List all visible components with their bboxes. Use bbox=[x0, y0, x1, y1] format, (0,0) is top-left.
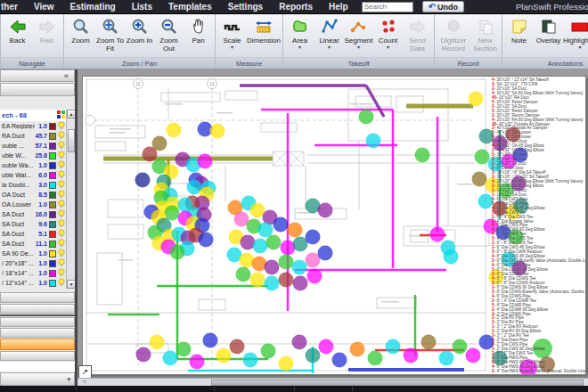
collapsed-panel-bar[interactable] bbox=[0, 317, 75, 327]
scroll-down-button[interactable]: ▼ bbox=[67, 280, 75, 289]
visibility-bulb-icon[interactable] bbox=[57, 141, 66, 151]
overlay-button[interactable]: Overlay bbox=[534, 15, 563, 45]
count-marker[interactable] bbox=[404, 348, 419, 363]
visibility-bulb-icon[interactable] bbox=[57, 249, 66, 258]
sidebar-panel-bar[interactable] bbox=[0, 83, 75, 96]
color-swatch[interactable] bbox=[49, 260, 56, 267]
takeoff-item-row[interactable]: / 12"x14" ...1.0 bbox=[0, 278, 66, 288]
visibility-bulb-icon[interactable] bbox=[57, 180, 66, 190]
count-marker[interactable] bbox=[230, 339, 245, 355]
count-marker[interactable] bbox=[258, 223, 274, 238]
count-marker[interactable] bbox=[163, 351, 178, 366]
count-marker[interactable] bbox=[261, 344, 276, 359]
back-button[interactable]: Back bbox=[3, 15, 32, 45]
count-marker[interactable] bbox=[288, 223, 303, 238]
collapsed-panel-bar[interactable] bbox=[0, 304, 75, 314]
count-marker[interactable] bbox=[265, 276, 280, 291]
color-swatch[interactable] bbox=[49, 211, 56, 218]
menu-item-templates[interactable]: Templates bbox=[160, 0, 220, 14]
pan-button[interactable]: Pan bbox=[184, 15, 213, 45]
count-marker[interactable] bbox=[366, 134, 381, 149]
takeoff-item-row[interactable]: uble W...25.8 bbox=[0, 151, 66, 160]
zoom-out-button[interactable]: Zoom Out bbox=[154, 15, 184, 53]
count-marker[interactable] bbox=[265, 260, 280, 275]
count-marker[interactable] bbox=[332, 353, 347, 368]
collapsed-panel-bar[interactable] bbox=[0, 328, 75, 338]
count-marker[interactable] bbox=[274, 217, 289, 233]
count-marker[interactable] bbox=[318, 203, 333, 218]
takeoff-item-row[interactable]: ia Doubl...3.0 bbox=[0, 180, 66, 190]
menu-item-reports[interactable]: Reports bbox=[271, 0, 321, 14]
sidebar-collapse-bar[interactable]: « bbox=[0, 69, 75, 82]
takeoff-item-row[interactable]: ouble ...57.1 bbox=[0, 141, 66, 151]
takeoff-item-row[interactable]: SA Duct9.6 bbox=[0, 219, 66, 229]
count-marker[interactable] bbox=[210, 124, 225, 139]
count-marker[interactable] bbox=[176, 342, 192, 357]
count-marker[interactable] bbox=[167, 123, 182, 138]
note-button[interactable]: Note bbox=[504, 15, 534, 45]
highlighter-button[interactable]: Highlighter ▾ bbox=[563, 15, 588, 50]
count-marker[interactable] bbox=[475, 150, 490, 165]
visibility-bulb-icon[interactable] bbox=[57, 268, 66, 278]
count-marker[interactable] bbox=[203, 333, 218, 348]
plan-canvas[interactable]: 1213 4- 30"x16" / 12"x14" SA Takeoff3- S… bbox=[78, 69, 588, 386]
color-swatch[interactable] bbox=[49, 221, 56, 228]
color-swatch[interactable] bbox=[49, 152, 56, 159]
sidebar-footer-bar[interactable]: ▾ bbox=[0, 372, 75, 386]
collapsed-panel-bar[interactable] bbox=[0, 351, 75, 361]
horizontal-scroll-thumb[interactable] bbox=[211, 380, 584, 386]
search-input[interactable] bbox=[362, 2, 413, 12]
collapsed-panel-bar[interactable] bbox=[0, 292, 75, 303]
takeoff-item-row[interactable]: RA Duct45.7 bbox=[0, 131, 66, 141]
takeoff-item-row[interactable]: OA Duct8.5 bbox=[0, 190, 66, 200]
zoom-to-fit-button[interactable]: Zoom To Fit bbox=[95, 15, 125, 53]
collapse-icon[interactable]: « bbox=[64, 71, 69, 80]
takeoff-item-row[interactable]: SA 90 De...1.0 bbox=[0, 249, 66, 258]
color-swatch[interactable] bbox=[49, 162, 56, 169]
count-marker[interactable] bbox=[453, 339, 468, 355]
count-marker[interactable] bbox=[243, 353, 258, 368]
drawing-page[interactable]: 1213 4- 30"x16" / 12"x14" SA Takeoff3- S… bbox=[82, 76, 586, 375]
count-marker[interactable] bbox=[430, 227, 445, 242]
color-swatch[interactable] bbox=[49, 270, 56, 277]
color-swatch[interactable] bbox=[49, 182, 56, 189]
list-vertical-scrollbar[interactable]: ▲ ▼ bbox=[66, 110, 75, 289]
takeoff-item-row[interactable]: SA Duct11.1 bbox=[0, 239, 66, 249]
count-marker[interactable] bbox=[444, 249, 459, 265]
menu-item-settings[interactable]: Settings bbox=[220, 0, 271, 14]
count-marker[interactable] bbox=[319, 339, 334, 355]
menu-item-lists[interactable]: Lists bbox=[124, 0, 160, 14]
color-swatch[interactable] bbox=[49, 143, 56, 150]
count-marker[interactable] bbox=[292, 260, 307, 275]
count-marker[interactable] bbox=[421, 335, 437, 350]
count-marker[interactable] bbox=[415, 148, 430, 163]
dimension-button[interactable]: Dimension bbox=[247, 15, 281, 45]
count-marker[interactable] bbox=[152, 136, 167, 151]
visibility-bulb-icon[interactable] bbox=[57, 219, 66, 229]
expand-view-button[interactable]: ↗ bbox=[78, 365, 92, 379]
visibility-bulb-icon[interactable] bbox=[57, 278, 66, 288]
count-marker[interactable] bbox=[359, 110, 374, 125]
linear-takeoff-button[interactable]: Linear ▾ bbox=[314, 15, 344, 50]
count-marker[interactable] bbox=[198, 154, 213, 169]
send-data-button[interactable]: Send Data bbox=[403, 15, 432, 53]
menu-item-help[interactable]: Help bbox=[321, 0, 356, 14]
count-marker[interactable] bbox=[266, 235, 282, 250]
visibility-bulb-icon[interactable] bbox=[57, 151, 66, 160]
takeoff-item-row[interactable]: OA Louver1.0 bbox=[0, 200, 66, 209]
visibility-bulb-icon[interactable] bbox=[57, 209, 66, 219]
fwd-button[interactable]: Fwd bbox=[32, 15, 61, 45]
count-marker[interactable] bbox=[150, 335, 165, 350]
visibility-bulb-icon[interactable] bbox=[57, 131, 66, 141]
scale-button[interactable]: Scale ▾ bbox=[217, 15, 247, 50]
visibility-bulb-icon[interactable] bbox=[57, 121, 66, 131]
count-marker[interactable] bbox=[279, 356, 294, 372]
count-marker[interactable] bbox=[439, 351, 454, 366]
scroll-left-button[interactable]: ‹ bbox=[79, 379, 90, 386]
takeoff-item-row[interactable]: uble Wal...6.0 bbox=[0, 170, 66, 180]
takeoff-item-row[interactable]: EA Register1.0 bbox=[0, 121, 66, 131]
takeoff-item-row[interactable]: SA Duct16.0 bbox=[0, 209, 66, 219]
takeoff-item-row[interactable]: SA Duct5.1 bbox=[0, 229, 66, 239]
count-marker[interactable] bbox=[136, 347, 151, 363]
color-swatch[interactable] bbox=[49, 250, 56, 257]
